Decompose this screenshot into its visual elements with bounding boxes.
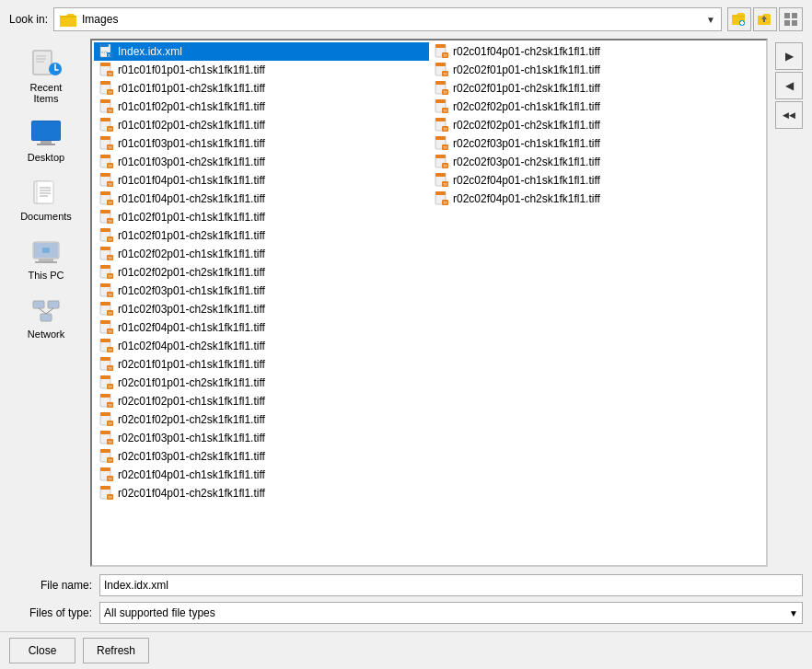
svg-rect-132 [100, 283, 110, 287]
svg-rect-3 [60, 16, 76, 17]
file-item[interactable]: TF r01c01f02p01-ch1sk1fk1fl1.tiff [94, 98, 429, 116]
file-item[interactable]: TF r01c02f03p01-ch2sk1fk1fl1.tiff [94, 300, 429, 318]
sidebar-item-desktop[interactable]: Desktop [13, 112, 79, 167]
sidebar-label-documents: Documents [20, 211, 72, 222]
file-item[interactable]: TF r01c02f01p01-ch1sk1fk1fl1.tiff [94, 208, 429, 226]
svg-rect-23 [32, 121, 60, 140]
svg-rect-164 [100, 431, 110, 434]
file-item[interactable]: TF r02c02f03p01-ch1sk1fk1fl1.tiff [429, 134, 764, 153]
file-name-text: r01c01f02p01-ch2sk1fk1fl1.tiff [118, 119, 265, 132]
tiff-file-icon: TF [99, 228, 114, 243]
file-item[interactable]: TF r02c02f02p01-ch1sk1fk1fl1.tiff [429, 98, 764, 116]
file-item-empty [429, 282, 764, 300]
file-item[interactable]: TF r01c02f02p01-ch1sk1fk1fl1.tiff [94, 245, 429, 263]
svg-text:TF: TF [108, 256, 112, 260]
sidebar: Recent Items Desktop [9, 39, 83, 567]
file-list-panel[interactable]: </> X Index.idx.xml TF r02c01f04p01-ch2s… [90, 39, 768, 567]
file-name-text: r02c02f04p01-ch1sk1fk1fl1.tiff [453, 174, 600, 187]
file-name-text: r02c02f04p01-ch2sk1fk1fl1.tiff [453, 192, 600, 205]
file-item[interactable]: TF r01c01f03p01-ch2sk1fk1fl1.tiff [94, 153, 429, 171]
file-item[interactable]: TF r01c01f02p01-ch2sk1fk1fl1.tiff [94, 116, 429, 134]
file-item[interactable]: TF r01c02f02p01-ch2sk1fk1fl1.tiff [94, 263, 429, 282]
file-item-empty [429, 429, 764, 447]
file-item[interactable]: TF r02c01f04p01-ch2sk1fk1fl1.tiff [94, 484, 429, 502]
file-name-text: r02c02f02p01-ch1sk1fk1fl1.tiff [453, 100, 600, 113]
file-item[interactable]: TF r01c02f04p01-ch2sk1fk1fl1.tiff [94, 337, 429, 355]
file-item[interactable]: TF r01c01f03p01-ch1sk1fk1fl1.tiff [94, 134, 429, 153]
sidebar-label-desktop: Desktop [28, 152, 64, 163]
file-item[interactable]: TF r01c02f01p01-ch2sk1fk1fl1.tiff [94, 226, 429, 245]
sidebar-label-network: Network [28, 329, 64, 340]
files-of-type-select[interactable]: All supported file types ▼ [99, 602, 803, 624]
svg-text:TF: TF [108, 72, 112, 76]
up-folder-btn[interactable] [753, 7, 777, 31]
svg-text:TF: TF [108, 109, 112, 113]
file-item[interactable]: TF r02c02f01p01-ch1sk1fk1fl1.tiff [429, 61, 764, 79]
close-button[interactable]: Close [9, 638, 75, 663]
file-item-empty [429, 466, 764, 484]
file-item[interactable]: TF r02c02f01p01-ch2sk1fk1fl1.tiff [429, 79, 764, 98]
file-item[interactable]: TF r01c02f04p01-ch1sk1fk1fl1.tiff [94, 318, 429, 337]
tiff-file-icon: TF [435, 118, 449, 133]
file-item[interactable]: TF r02c01f01p01-ch2sk1fk1fl1.tiff [94, 374, 429, 392]
svg-rect-160 [100, 412, 110, 416]
file-item[interactable]: TF r02c02f02p01-ch2sk1fk1fl1.tiff [429, 116, 764, 134]
file-item[interactable]: TF r01c01f01p01-ch2sk1fk1fl1.tiff [94, 79, 429, 98]
file-name-text: r02c01f03p01-ch1sk1fk1fl1.tiff [118, 432, 265, 444]
toolbar-buttons [727, 7, 803, 31]
tiff-file-icon: TF [99, 247, 114, 261]
sidebar-item-network[interactable]: Network [13, 289, 79, 344]
svg-rect-37 [33, 301, 44, 308]
tiff-file-icon: TF [99, 63, 114, 77]
this-pc-icon [29, 235, 63, 268]
back-arrow-icon: ◀ [785, 79, 794, 92]
file-item-empty [429, 300, 764, 318]
file-name-input[interactable] [99, 574, 803, 596]
file-name-text: r01c01f03p01-ch1sk1fk1fl1.tiff [118, 137, 265, 150]
top-bar: Look in: Images ▼ [0, 0, 812, 39]
file-item[interactable]: TF r02c01f04p01-ch1sk1fk1fl1.tiff [94, 466, 429, 484]
tiff-file-icon: TF [99, 394, 114, 409]
svg-rect-39 [41, 314, 52, 321]
file-name-text: r01c02f03p01-ch1sk1fk1fl1.tiff [118, 284, 265, 297]
view-btn[interactable] [779, 7, 803, 31]
back-all-arrow-btn[interactable]: ◀◀ [775, 101, 803, 129]
file-item[interactable]: TF r01c02f03p01-ch1sk1fk1fl1.tiff [94, 282, 429, 300]
file-item[interactable]: TF r02c01f04p01-ch2sk1fk1fl1.tiff [429, 42, 764, 61]
file-name-text: r02c01f04p01-ch2sk1fk1fl1.tiff [453, 45, 600, 58]
file-name-text: r01c02f01p01-ch2sk1fk1fl1.tiff [118, 229, 265, 242]
file-item[interactable]: TF r02c02f04p01-ch2sk1fk1fl1.tiff [429, 190, 764, 208]
file-item[interactable]: TF r02c01f02p01-ch1sk1fk1fl1.tiff [94, 392, 429, 410]
look-in-combo[interactable]: Images ▼ [53, 7, 722, 31]
main-area: Recent Items Desktop [0, 39, 812, 567]
file-item[interactable]: </> X Index.idx.xml [94, 42, 429, 61]
file-item[interactable]: TF r02c01f01p01-ch1sk1fk1fl1.tiff [94, 355, 429, 374]
file-item[interactable]: TF r02c01f03p01-ch1sk1fk1fl1.tiff [94, 429, 429, 447]
svg-text:TF: TF [108, 201, 112, 205]
svg-rect-15 [792, 20, 797, 26]
look-in-label: Look in: [9, 13, 48, 26]
svg-rect-12 [784, 13, 790, 18]
sidebar-item-recent-items[interactable]: Recent Items [13, 42, 79, 109]
sidebar-item-documents[interactable]: Documents [13, 171, 79, 226]
sidebar-item-this-pc[interactable]: This PC [13, 230, 79, 285]
forward-arrow-btn[interactable]: ▶ [775, 42, 803, 70]
file-name-text: r01c01f01p01-ch1sk1fk1fl1.tiff [118, 63, 265, 76]
svg-text:TF: TF [108, 329, 112, 334]
file-item[interactable]: TF r01c01f04p01-ch1sk1fk1fl1.tiff [94, 171, 429, 190]
file-item-empty [429, 355, 764, 374]
file-item[interactable]: TF r02c02f04p01-ch1sk1fk1fl1.tiff [429, 171, 764, 190]
file-item-empty [429, 447, 764, 466]
new-folder-btn[interactable] [727, 7, 751, 31]
file-item[interactable]: TF r02c01f03p01-ch2sk1fk1fl1.tiff [94, 447, 429, 466]
file-item[interactable]: TF r02c02f03p01-ch2sk1fk1fl1.tiff [429, 153, 764, 171]
back-arrow-btn[interactable]: ◀ [775, 72, 803, 99]
svg-rect-5 [732, 16, 745, 17]
refresh-button[interactable]: Refresh [83, 638, 149, 663]
file-item[interactable]: TF r02c01f02p01-ch2sk1fk1fl1.tiff [94, 410, 429, 429]
svg-text:TF: TF [108, 385, 112, 389]
svg-text:TF: TF [108, 237, 112, 242]
file-item[interactable]: TF r01c01f01p01-ch1sk1fk1fl1.tiff [94, 61, 429, 79]
file-item[interactable]: TF r01c01f04p01-ch2sk1fk1fl1.tiff [94, 190, 429, 208]
file-name-text: r01c02f02p01-ch2sk1fk1fl1.tiff [118, 266, 265, 279]
